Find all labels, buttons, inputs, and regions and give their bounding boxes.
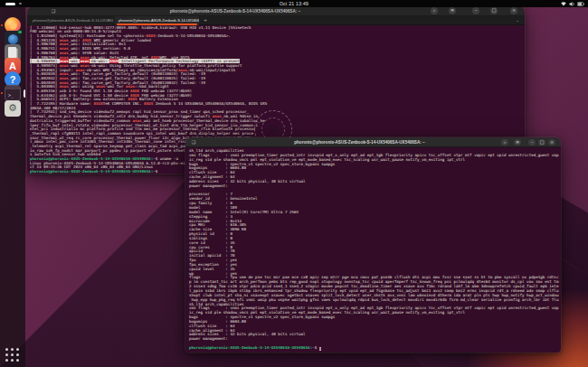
minimize-button[interactable]: – [528,139,536,146]
show-apps-dot [16,359,19,362]
tab-1[interactable]: phoronix@phoronix-ASUS-Zenbook-S-14-UX54… [29,16,113,25]
terminal-output-cpuinfo[interactable]: sh_l1d arch_capabilitiesvmx flags : vnmi… [185,147,561,353]
close-button[interactable]: × [510,7,517,14]
wallpaper-emblem-core [269,125,278,134]
tab-2-active[interactable]: phoronix@phoronix-ASUS-Zenbook-S-14-UX54… [115,16,199,25]
search-icon[interactable]: ⌕ [501,139,508,146]
maximize-button[interactable]: □ [538,139,545,146]
tab-1-close-icon[interactable]: × [105,16,112,25]
window-title: phoronix@phoronix-ASUS-Zenbook-S-14-UX54… [222,140,498,145]
search-icon[interactable]: ⌕ [431,7,438,14]
terminal-icon-titlebar [5,86,20,89]
show-apps-dot [5,359,8,362]
show-apps-dot [11,353,14,356]
show-apps-dot [5,348,8,351]
settings-gear-icon[interactable]: ⚙ [5,100,21,117]
menu-icon[interactable]: ≡ [449,7,456,14]
system-tray[interactable] [561,0,584,7]
terminal-running-dot [1,92,3,94]
top-bar: Oct 21 13:49 [0,0,588,7]
volume-icon [569,2,574,6]
tab-bar: phoronix@phoronix-ASUS-Zenbook-S-14-UX54… [27,16,525,25]
titlebar[interactable]: ❏ phoronix@phoronix-ASUS-Zenbook-S-14-UX… [185,137,561,147]
tab-overview-icon[interactable]: ❏ [191,139,196,145]
tab-list-chevron-icon[interactable]: ⌄ [513,16,522,25]
menu-icon[interactable]: ≡ [514,139,521,146]
thunderbird-bird [8,34,18,44]
wifi-icon [561,2,566,6]
minimize-button[interactable]: – [472,7,479,14]
dock: A ? >_ ⚙ [0,7,25,367]
show-apps-grid-icon[interactable] [5,347,21,363]
window-title: phoronix@phoronix-ASUS-Zenbook-S-14-UX54… [27,9,443,14]
show-apps-dot [11,348,14,351]
maximize-button[interactable]: □ [490,7,498,14]
titlebar[interactable]: ❏ phoronix@phoronix-ASUS-Zenbook-S-14-UX… [27,6,525,16]
tab-2-label: phoronix@phoronix-ASUS-Zenbook-S-14-UX54… [119,18,199,23]
focused-app-indicator [24,89,26,98]
show-apps-dot [11,359,14,362]
battery-icon [577,2,584,6]
document-page [8,47,16,58]
show-apps-dot [16,353,19,356]
new-tab-button[interactable]: + [201,16,210,25]
tab-2-close-icon[interactable]: × [191,16,198,25]
firefox-swirl [8,21,17,30]
notification-badge [17,30,23,35]
terminal-line: phoronix@phoronix-ASUS-Zenbook-S-14-UX54… [189,346,561,351]
terminal-window-cpuinfo[interactable]: ❏ phoronix@phoronix-ASUS-Zenbook-S-14-UX… [185,137,561,353]
clock[interactable]: Oct 21 13:49 [0,0,588,7]
terminal-icon-prompt: >_ [8,92,14,98]
terminal-line: hwp_epp hwp_pkg_req hfi vnmi umip pku os… [189,298,561,303]
close-button[interactable]: × [548,139,555,146]
show-apps-dot [5,353,8,356]
show-apps-dot [16,348,19,351]
terminal-icon[interactable]: >_ [5,85,21,101]
firefox-running-dot [1,24,3,26]
